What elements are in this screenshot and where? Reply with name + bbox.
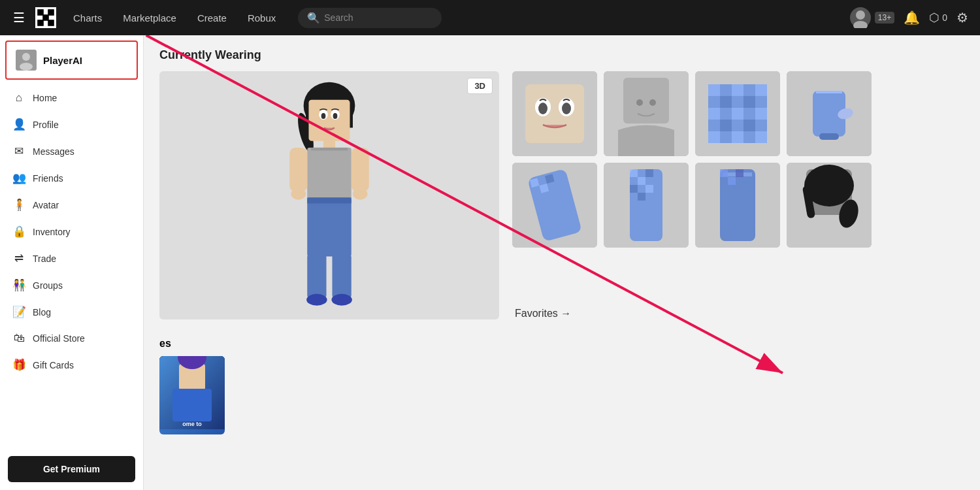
svg-rect-72 <box>630 185 638 193</box>
svg-rect-60 <box>819 133 839 140</box>
robux-icon: ⬡ <box>929 10 939 25</box>
bottom-section: es ome to <box>159 338 964 434</box>
search-icon: 🔍 <box>307 12 320 24</box>
svg-rect-46 <box>755 84 767 96</box>
sidebar-item-messages[interactable]: ✉ Messages <box>0 138 143 165</box>
nav-robux[interactable]: Robux <box>238 7 285 29</box>
sidebar-item-giftcards-label: Gift Cards <box>33 360 74 370</box>
sidebar-item-official-store[interactable]: 🛍 Official Store <box>0 325 143 351</box>
svg-rect-33 <box>525 84 584 143</box>
svg-point-18 <box>333 113 338 119</box>
search-input[interactable] <box>324 12 429 23</box>
sidebar-item-groups[interactable]: 👫 Groups <box>0 272 143 299</box>
svg-point-36 <box>538 103 547 114</box>
robux-display[interactable]: ⬡ 0 <box>929 10 947 25</box>
sidebar: PlayerAI ⌂ Home 👤 Profile ✉ Messages 👥 F… <box>0 35 144 490</box>
notifications-icon[interactable]: 🔔 <box>900 6 924 29</box>
messages-icon: ✉ <box>12 144 26 158</box>
home-icon: ⌂ <box>12 91 26 105</box>
sidebar-item-messages-label: Messages <box>33 146 74 157</box>
sidebar-avatar <box>16 50 37 71</box>
svg-rect-14 <box>309 100 350 141</box>
topnav-right-controls: 13+ 🔔 ⬡ 0 ⚙ <box>850 6 972 29</box>
svg-rect-70 <box>645 169 653 177</box>
sidebar-item-trade-label: Trade <box>33 253 56 264</box>
sidebar-item-trade[interactable]: ⇌ Trade <box>0 245 143 272</box>
svg-rect-47 <box>720 96 732 108</box>
svg-rect-79 <box>736 169 743 177</box>
sidebar-item-profile-label: Profile <box>33 120 59 130</box>
sidebar-item-inventory-label: Inventory <box>33 227 71 237</box>
age-badge: 13+ <box>875 12 894 24</box>
profile-icon: 👤 <box>12 118 26 131</box>
sidebar-item-gift-cards[interactable]: 🎁 Gift Cards <box>0 351 143 378</box>
sidebar-item-blog-label: Blog <box>33 307 51 318</box>
blog-icon: 📝 <box>12 305 26 319</box>
top-navigation: ☰ Charts Marketplace Create Robux 🔍 13+ … <box>0 0 980 35</box>
svg-rect-27 <box>307 197 351 203</box>
item-card-pants[interactable] <box>604 163 689 248</box>
item-card-leg1[interactable] <box>512 163 597 248</box>
nav-marketplace[interactable]: Marketplace <box>114 7 186 29</box>
trade-icon: ⇌ <box>12 252 26 265</box>
friends-icon: 👥 <box>12 171 26 185</box>
groups-icon: 👫 <box>12 278 26 292</box>
sidebar-user-profile[interactable]: PlayerAI <box>5 41 138 80</box>
svg-rect-51 <box>755 108 767 120</box>
item-card-hair[interactable] <box>787 163 872 248</box>
nav-charts[interactable]: Charts <box>64 7 111 29</box>
sidebar-item-avatar-label: Avatar <box>33 200 59 210</box>
svg-rect-5 <box>42 14 49 21</box>
user-avatar-button[interactable]: 13+ <box>850 7 894 28</box>
item-card-face[interactable] <box>512 71 597 156</box>
svg-rect-69 <box>630 169 638 177</box>
bottom-section-title: es <box>159 338 964 350</box>
bottom-thumbnail[interactable]: ome to burg <box>159 356 225 434</box>
search-bar[interactable]: 🔍 <box>298 8 442 28</box>
sidebar-nav-list: ⌂ Home 👤 Profile ✉ Messages 👥 Friends 🧍 … <box>0 82 143 381</box>
svg-point-6 <box>856 10 865 20</box>
sidebar-item-blog[interactable]: 📝 Blog <box>0 299 143 325</box>
favorites-label: Favorites → <box>515 308 571 319</box>
svg-text:ome to: ome to <box>182 421 202 427</box>
sidebar-item-friends[interactable]: 👥 Friends <box>0 165 143 191</box>
svg-rect-68 <box>630 169 662 241</box>
nav-create[interactable]: Create <box>188 7 236 29</box>
item-card-shirt[interactable] <box>695 71 780 156</box>
favorites-link[interactable]: Favorites → <box>515 308 872 319</box>
svg-point-41 <box>649 99 656 106</box>
item-card-leg2[interactable] <box>695 163 780 248</box>
svg-rect-44 <box>708 84 720 96</box>
svg-point-25 <box>353 188 368 200</box>
svg-rect-49 <box>708 108 720 120</box>
svg-rect-52 <box>720 120 732 131</box>
svg-point-37 <box>562 103 571 114</box>
svg-rect-23 <box>351 148 369 192</box>
settings-icon[interactable]: ⚙ <box>953 6 972 29</box>
roblox-logo[interactable] <box>35 7 56 28</box>
svg-rect-91 <box>172 389 212 421</box>
sidebar-item-inventory[interactable]: 🔒 Inventory <box>0 218 143 245</box>
hamburger-menu[interactable]: ☰ <box>8 5 30 31</box>
main-content: Currently Wearing 3D <box>144 35 980 490</box>
sidebar-item-home[interactable]: ⌂ Home <box>0 85 143 111</box>
get-premium-button[interactable]: Get Premium <box>8 456 135 482</box>
page-layout: PlayerAI ⌂ Home 👤 Profile ✉ Messages 👥 F… <box>0 35 980 490</box>
svg-rect-71 <box>638 177 645 185</box>
svg-point-7 <box>853 21 868 28</box>
svg-rect-59 <box>816 91 842 93</box>
item-card-arm[interactable] <box>787 71 872 156</box>
item-card-head[interactable] <box>604 71 689 156</box>
sidebar-username: PlayerAI <box>43 55 82 66</box>
gift-icon: 🎁 <box>12 358 26 372</box>
svg-rect-45 <box>732 84 743 96</box>
currently-wearing-section: 3D <box>159 71 964 319</box>
robux-count: 0 <box>942 12 947 23</box>
svg-rect-73 <box>645 185 653 193</box>
svg-rect-26 <box>307 197 351 256</box>
3d-badge[interactable]: 3D <box>467 78 493 94</box>
sidebar-item-profile[interactable]: 👤 Profile <box>0 111 143 138</box>
sidebar-item-avatar[interactable]: 🧍 Avatar <box>0 191 143 218</box>
sidebar-item-groups-label: Groups <box>33 280 63 291</box>
svg-point-9 <box>22 53 30 61</box>
